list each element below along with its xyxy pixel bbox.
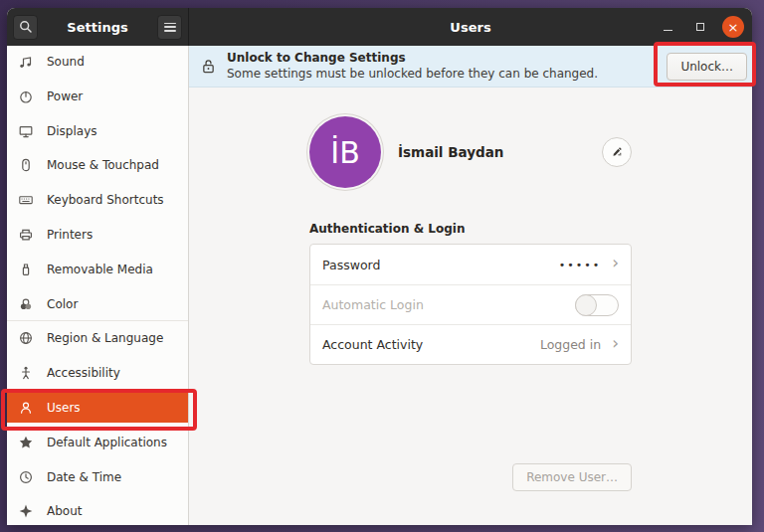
window-body: Sound Power Disp [7, 46, 752, 525]
remove-user-button[interactable]: Remove User… [512, 463, 632, 491]
user-row: İB İsmail Baydan [309, 116, 632, 188]
four-point-star-icon [18, 503, 34, 519]
sidebar-item-label: About [47, 504, 82, 518]
displays-icon [18, 123, 34, 139]
sidebar-item-keyboard-shortcuts[interactable]: Keyboard Shortcuts [7, 185, 188, 215]
app-title: Settings [38, 20, 157, 35]
printer-icon [18, 227, 34, 243]
lock-icon [200, 58, 217, 76]
sidebar-item-label: Removable Media [47, 263, 153, 276]
users-panel: Unlock to Change Settings Some settings … [189, 46, 752, 525]
sidebar-item-label: Region & Language [47, 331, 163, 345]
sidebar-item-default-applications[interactable]: Default Applications [7, 428, 188, 457]
sidebar-item-printers[interactable]: Printers [7, 220, 188, 250]
auth-list: Password ••••• › Automatic Login Account… [309, 244, 632, 365]
close-button[interactable]: × [722, 16, 744, 38]
maximize-icon [696, 23, 704, 31]
sidebar-item-label: Power [47, 89, 83, 103]
sidebar-item-mouse-touchpad[interactable]: Mouse & Touchpad [7, 150, 188, 180]
account-activity-row[interactable]: Account Activity Logged in › [310, 324, 631, 364]
sidebar-item-label: Accessibility [47, 366, 120, 380]
removable-media-icon [18, 262, 34, 277]
titlebar: Settings Users × [7, 8, 752, 46]
sidebar-item-region-language[interactable]: Region & Language [7, 323, 188, 353]
sidebar-item-displays[interactable]: Displays [7, 116, 188, 146]
password-dots: ••••• [559, 259, 601, 271]
titlebar-right: Users × [189, 8, 752, 46]
sidebar-item-removable-media[interactable]: Removable Media [7, 255, 188, 284]
chevron-right-icon: › [612, 255, 619, 271]
keyboard-icon [18, 192, 34, 208]
content-column: İB İsmail Baydan Au [309, 88, 632, 491]
banner-text: Unlock to Change Settings Some settings … [227, 51, 667, 82]
sidebar-item-label: Default Applications [47, 436, 167, 449]
hamburger-menu-icon [164, 23, 176, 32]
menu-button[interactable] [157, 15, 182, 40]
minimize-icon [664, 30, 672, 32]
toggle-knob [575, 294, 597, 316]
sidebar-item-users[interactable]: Users [7, 393, 188, 423]
automatic-login-label: Automatic Login [322, 297, 575, 312]
sound-icon [18, 54, 34, 70]
sidebar-item-label: Keyboard Shortcuts [47, 193, 164, 207]
clock-icon [18, 469, 34, 485]
globe-icon [18, 330, 34, 346]
sidebar-item-sound[interactable]: Sound [7, 47, 188, 77]
sidebar-item-label: Sound [47, 55, 85, 69]
password-row[interactable]: Password ••••• › [310, 245, 631, 284]
titlebar-left: Settings [7, 8, 189, 46]
users-icon [18, 400, 34, 416]
close-icon: × [728, 20, 739, 35]
minimize-button[interactable] [655, 14, 680, 40]
account-activity-value: Logged in [540, 337, 601, 352]
desktop-background: Settings Users × [0, 0, 764, 532]
sidebar-item-about[interactable]: About [7, 496, 188, 525]
search-icon [18, 19, 34, 35]
unlock-banner: Unlock to Change Settings Some settings … [189, 46, 752, 88]
password-label: Password [322, 258, 559, 272]
pencil-icon [610, 145, 624, 159]
banner-title: Unlock to Change Settings [227, 51, 667, 67]
sidebar-item-label: Color [47, 297, 78, 311]
mouse-icon [18, 157, 34, 173]
banner-subtitle: Some settings must be unlocked before th… [227, 67, 667, 83]
sidebar-item-label: Printers [47, 228, 93, 242]
edit-name-button[interactable] [602, 137, 632, 167]
auth-section-title: Authentication & Login [309, 222, 632, 236]
chevron-right-icon: › [612, 335, 619, 352]
avatar[interactable]: İB [309, 116, 381, 188]
sidebar-item-label: Date & Time [47, 470, 121, 484]
power-icon [18, 89, 34, 104]
automatic-login-row: Automatic Login [310, 284, 631, 324]
sidebar-item-color[interactable]: Color [7, 289, 188, 319]
sidebar-item-label: Displays [47, 124, 96, 138]
accessibility-icon [18, 365, 34, 381]
account-activity-label: Account Activity [322, 337, 540, 352]
sidebar-item-power[interactable]: Power [7, 82, 188, 111]
settings-window: Settings Users × [7, 8, 752, 525]
search-button[interactable] [13, 15, 38, 40]
automatic-login-toggle[interactable] [575, 294, 619, 316]
unlock-button[interactable]: Unlock… [667, 53, 747, 81]
sidebar-item-date-time[interactable]: Date & Time [7, 462, 188, 492]
sidebar-item-label: Users [47, 401, 81, 415]
sidebar-item-accessibility[interactable]: Accessibility [7, 358, 188, 388]
sidebar: Sound Power Disp [7, 46, 189, 525]
maximize-button[interactable] [687, 14, 713, 40]
star-icon [18, 435, 34, 450]
user-full-name: İsmail Baydan [398, 144, 602, 160]
sidebar-item-label: Mouse & Touchpad [47, 158, 159, 172]
color-icon [18, 296, 34, 312]
